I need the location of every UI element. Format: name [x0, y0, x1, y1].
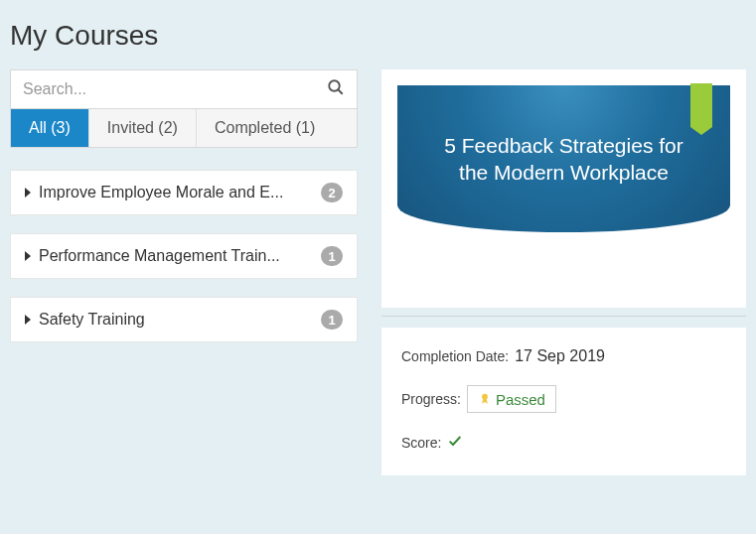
chevron-right-icon — [25, 251, 31, 261]
course-hero-title: 5 Feedback Strategies for the Modern Wor… — [397, 85, 730, 232]
ribbon-bookmark-icon — [690, 83, 712, 127]
count-badge: 1 — [321, 310, 343, 330]
completion-date-label: Completion Date: — [401, 348, 509, 364]
svg-line-1 — [338, 89, 343, 94]
page-title: My Courses — [10, 20, 746, 52]
divider — [381, 316, 746, 328]
course-hero-card: 5 Feedback Strategies for the Modern Wor… — [381, 69, 746, 308]
count-badge: 2 — [321, 183, 343, 202]
tab-invited[interactable]: Invited (2) — [89, 109, 197, 147]
count-badge: 1 — [321, 246, 343, 266]
course-details-card: Completion Date: 17 Sep 2019 Progress: P… — [381, 328, 746, 475]
status-badge: Passed — [467, 385, 556, 413]
progress-status: Passed — [496, 391, 545, 408]
filter-tabs: All (3) Invited (2) Completed (1) — [10, 109, 358, 148]
search-input[interactable] — [23, 80, 327, 98]
course-title: Safety Training — [39, 311, 313, 329]
progress-row: Progress: Passed — [401, 385, 726, 413]
course-list: Improve Employee Morale and E... 2 Perfo… — [10, 170, 358, 342]
list-item[interactable]: Improve Employee Morale and E... 2 — [10, 170, 358, 215]
completion-date-value: 17 Sep 2019 — [515, 347, 605, 365]
completion-date-row: Completion Date: 17 Sep 2019 — [401, 347, 726, 365]
tab-all[interactable]: All (3) — [11, 109, 89, 147]
tab-completed[interactable]: Completed (1) — [197, 109, 333, 147]
course-title: Improve Employee Morale and E... — [39, 184, 313, 201]
check-icon — [447, 433, 463, 452]
chevron-right-icon — [25, 188, 31, 198]
svg-point-0 — [329, 80, 340, 91]
svg-point-2 — [482, 394, 488, 400]
course-title: Performance Management Train... — [39, 247, 313, 265]
list-item[interactable]: Safety Training 1 — [10, 297, 358, 342]
search-box — [10, 69, 358, 109]
score-row: Score: — [401, 433, 726, 452]
award-icon — [478, 390, 492, 408]
chevron-right-icon — [25, 315, 31, 325]
list-item[interactable]: Performance Management Train... 1 — [10, 233, 358, 279]
progress-label: Progress: — [401, 391, 461, 407]
search-icon[interactable] — [327, 78, 345, 100]
score-label: Score: — [401, 435, 441, 451]
